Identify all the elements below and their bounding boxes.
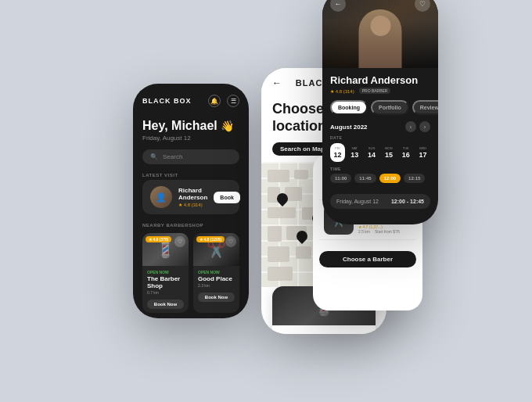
detail-favorite-button[interactable]: ♡ bbox=[415, 0, 430, 12]
day-name-sun: SUN bbox=[368, 146, 375, 150]
detail-nav-buttons: ‹ › bbox=[405, 121, 430, 132]
map-back-button[interactable]: ← bbox=[272, 77, 282, 88]
detail-body: Richard Anderson ★ 4.8 (314) PRO BARBER … bbox=[322, 68, 438, 189]
map-block bbox=[268, 267, 293, 281]
date-cell-12[interactable]: FRI 12 bbox=[330, 143, 345, 162]
barber-silhouette bbox=[359, 9, 402, 68]
map-block bbox=[268, 170, 289, 182]
book-button[interactable]: Book bbox=[214, 192, 240, 203]
barber1-image: 💈 ★ 4.9 (378) ♡ bbox=[142, 233, 189, 266]
date-num-15: 15 bbox=[385, 151, 393, 159]
footer-time: 12:00 - 12:45 bbox=[391, 199, 424, 204]
date-num-16: 16 bbox=[402, 151, 410, 159]
greeting-label: Hey, Michael bbox=[142, 119, 217, 132]
detail-meta: ★ 4.8 (314) PRO BARBER bbox=[330, 88, 430, 94]
shop1-name: The Barber Shop bbox=[147, 275, 184, 289]
date-num-13: 13 bbox=[350, 151, 358, 159]
detail-month: August 2022 bbox=[330, 124, 368, 131]
nearby-label: NEARBY BARBERSHOP bbox=[133, 219, 249, 230]
tab-booking[interactable]: Booking bbox=[330, 100, 368, 115]
detail-rating: ★ 4.8 (314) bbox=[330, 88, 354, 94]
date-row: FRI 12 SAT 13 SUN 14 MON 15 bbox=[330, 143, 430, 162]
shop1-book-button[interactable]: Book Now bbox=[147, 300, 184, 309]
nearby-card-1: 💈 ★ 4.9 (378) ♡ OPEN NOW The Barber Shop… bbox=[142, 233, 189, 313]
detail-pro-badge: PRO BARBER bbox=[359, 88, 391, 94]
day-name-tue: TUE bbox=[403, 146, 409, 150]
shop1-distance: 0.7 km bbox=[147, 290, 184, 295]
prev-month-button[interactable]: ‹ bbox=[405, 121, 416, 132]
tab-reviews[interactable]: Reviews bbox=[412, 100, 438, 115]
map-block bbox=[268, 207, 296, 218]
home-search-bar[interactable]: 🔍 Search bbox=[142, 149, 239, 164]
time-slot-1200[interactable]: 12:00 bbox=[379, 174, 401, 183]
latest-visit-card: 👤 Richard Anderson ★ 4.8 (314) Book bbox=[142, 180, 239, 214]
map-block bbox=[268, 226, 282, 242]
time-slot-1145[interactable]: 11:45 bbox=[354, 174, 376, 183]
shop2-body: OPEN NOW Good Place 2.3 km Book Now bbox=[193, 266, 239, 306]
date-num-17: 17 bbox=[419, 151, 427, 159]
barber-name: Richard Anderson bbox=[178, 187, 207, 201]
latest-visit-label: LATEST VISIT bbox=[133, 169, 249, 180]
time-section-label: TIME bbox=[330, 167, 430, 171]
detail-header-overlay: ← ♡ bbox=[322, 0, 438, 12]
detail-hero-image: ← ♡ bbox=[322, 0, 438, 68]
greeting-date: Friday, August 12 bbox=[142, 135, 239, 142]
day-name-mon: MON bbox=[385, 146, 392, 150]
time-slot-1215[interactable]: 12:15 bbox=[404, 174, 425, 183]
day-name-sat: SAT bbox=[352, 146, 358, 150]
map-block bbox=[294, 170, 308, 179]
choose-barber-button[interactable]: Choose a Barber bbox=[319, 251, 416, 267]
date-section-label: DATE bbox=[330, 135, 430, 140]
greeting-text: Hey, Michael 👋 bbox=[142, 118, 239, 133]
detail-barber-name: Richard Anderson bbox=[330, 74, 430, 86]
shop2-book-button[interactable]: Book Now bbox=[198, 293, 235, 302]
list-item-2-distance: 2.5 km bbox=[358, 229, 370, 234]
shop1-open: OPEN NOW bbox=[147, 270, 184, 275]
date-cell-14[interactable]: SUN 14 bbox=[365, 143, 379, 162]
date-cell-15[interactable]: MON 15 bbox=[381, 143, 396, 162]
barber-rating: ★ 4.8 (314) bbox=[178, 202, 207, 207]
nearby-grid: 💈 ★ 4.9 (378) ♡ OPEN NOW The Barber Shop… bbox=[133, 233, 249, 313]
footer-date: Friday, August 12 bbox=[336, 199, 379, 204]
home-header-icons: 🔔 ☰ bbox=[208, 95, 239, 107]
shop1-rating-badge: ★ 4.9 (378) bbox=[146, 236, 171, 242]
shop2-rating-badge: ★ 4.8 (1205) bbox=[196, 236, 225, 242]
home-header: BLACK BOX 🔔 ☰ bbox=[133, 84, 249, 113]
home-logo: BLACK BOX bbox=[142, 97, 192, 105]
search-icon: 🔍 bbox=[150, 153, 158, 160]
map-block bbox=[296, 246, 311, 259]
menu-icon[interactable]: ☰ bbox=[227, 95, 239, 107]
preview-shop-name: Silent Fox bbox=[280, 332, 368, 334]
tab-portfolio[interactable]: Portfolio bbox=[371, 100, 409, 115]
date-cell-13[interactable]: SAT 13 bbox=[347, 143, 362, 162]
head-shape bbox=[370, 16, 390, 36]
date-cell-16[interactable]: TUE 16 bbox=[398, 143, 413, 162]
next-month-button[interactable]: › bbox=[419, 121, 430, 132]
phones-container: BLACK BOX 🔔 ☰ Hey, Michael 👋 Friday, Aug… bbox=[133, 68, 399, 334]
bell-icon[interactable]: 🔔 bbox=[208, 95, 221, 107]
time-slot-1100[interactable]: 11:00 bbox=[330, 174, 351, 183]
day-name-wed: WED bbox=[419, 146, 426, 150]
day-name-fri: FRI bbox=[335, 146, 340, 150]
date-cell-17[interactable]: WED 17 bbox=[415, 143, 430, 162]
shop2-open: OPEN NOW bbox=[198, 270, 235, 275]
preview-body: Silent Fox ★ 5.0 (1,376) 3.6 km Book Now bbox=[272, 325, 376, 334]
map-block bbox=[268, 246, 289, 262]
detail-back-button[interactable]: ← bbox=[330, 0, 346, 12]
shop2-name: Good Place bbox=[198, 275, 235, 282]
barber-avatar: 👤 bbox=[150, 186, 172, 208]
nearby-card-2: ✂️ ★ 4.8 (1205) ♡ OPEN NOW Good Place 2.… bbox=[193, 233, 239, 313]
search-placeholder: Search bbox=[163, 153, 182, 160]
detail-tabs: Booking Portfolio Reviews bbox=[330, 100, 430, 115]
barber2-image: ✂️ ★ 4.8 (1205) ♡ bbox=[193, 233, 239, 266]
date-num-12: 12 bbox=[333, 151, 341, 159]
home-greeting: Hey, Michael 👋 Friday, August 12 bbox=[133, 113, 249, 145]
detail-footer: Friday, August 12 12:00 - 12:45 bbox=[330, 194, 430, 209]
greeting-wave: 👋 bbox=[221, 120, 234, 132]
phone-detail: ← ♡ Richard Anderson ★ 4.8 (314) PRO BAR… bbox=[322, 0, 438, 224]
detail-month-row: August 2022 ‹ › bbox=[330, 121, 430, 132]
list-item-2-price: Start from $76 bbox=[375, 229, 400, 234]
phone-home: BLACK BOX 🔔 ☰ Hey, Michael 👋 Friday, Aug… bbox=[133, 84, 249, 318]
shop2-distance: 2.3 km bbox=[198, 283, 235, 288]
shop1-body: OPEN NOW The Barber Shop 0.7 km Book Now bbox=[142, 266, 189, 313]
